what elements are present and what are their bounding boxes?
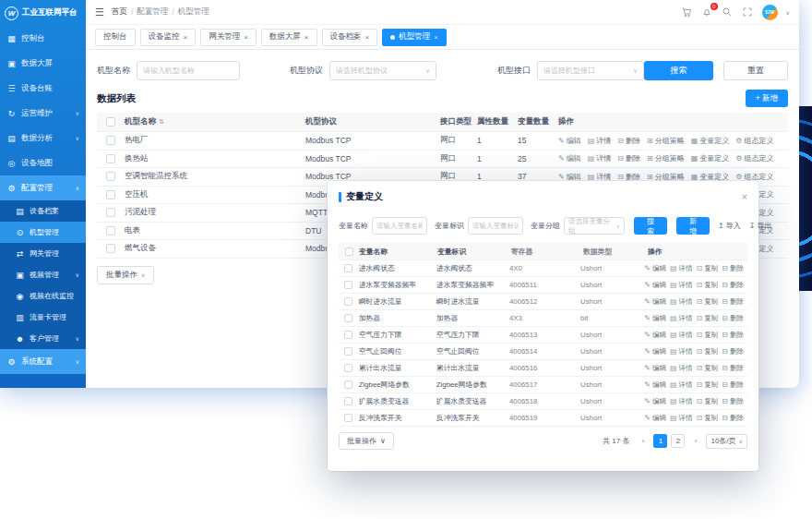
breadcrumb-item[interactable]: 机型管理 [178, 6, 209, 18]
copy-button[interactable]: ⊡复制 [697, 264, 719, 273]
model-protocol-select[interactable]: 请选择机型协议 ∨ [329, 61, 436, 80]
sidebar-item-system-config[interactable]: ⚙系统配置∨ [0, 349, 86, 374]
tab-device-archive[interactable]: 设备档案× [322, 29, 378, 46]
row-checkbox[interactable] [106, 190, 115, 199]
copy-button[interactable]: ⊡复制 [697, 364, 719, 373]
group-policy-button[interactable]: ⊞分组策略 [647, 153, 685, 163]
detail-button[interactable]: ▤详情 [670, 347, 693, 356]
detail-button[interactable]: ▤详情 [670, 380, 693, 390]
page-button-2[interactable]: 2 [671, 434, 685, 448]
delete-button[interactable]: ⊟删除 [722, 314, 744, 323]
search-button[interactable]: 搜索 [644, 61, 713, 80]
add-button[interactable]: + 新增 [746, 90, 788, 107]
edit-button[interactable]: ✎编辑 [644, 264, 666, 273]
export-link[interactable]: ↧ 导出 [749, 221, 772, 231]
detail-button[interactable]: ▤详情 [670, 314, 693, 323]
row-checkbox[interactable] [344, 397, 352, 405]
breadcrumb-item[interactable]: 配置管理 [137, 6, 168, 18]
row-checkbox[interactable] [106, 208, 115, 217]
modal-add-button[interactable]: 新增 [676, 217, 710, 235]
select-all-checkbox[interactable] [345, 247, 353, 256]
page-button-1[interactable]: 1 [653, 434, 667, 448]
close-icon[interactable]: × [742, 192, 747, 202]
var-def-button[interactable]: ▦变量定义 [691, 153, 730, 163]
fullscreen-icon[interactable] [742, 6, 754, 18]
row-checkbox[interactable] [344, 297, 352, 306]
avatar[interactable]: SZW [762, 5, 778, 20]
close-tab-icon[interactable]: × [365, 33, 370, 42]
chevron-down-icon[interactable]: ∨ [786, 9, 790, 16]
bell-icon[interactable]: 0 [701, 6, 713, 18]
edit-button[interactable]: ✎编辑 [644, 380, 666, 390]
delete-button[interactable]: ⊟删除 [722, 347, 744, 356]
row-checkbox[interactable] [106, 244, 115, 253]
tab-model-management[interactable]: 机型管理× [382, 29, 447, 46]
close-tab-icon[interactable]: × [434, 33, 438, 42]
delete-button[interactable]: ⊟删除 [617, 136, 640, 146]
collapse-sidebar-icon[interactable]: ☰ [95, 6, 104, 18]
edit-button[interactable]: ✎编辑 [644, 331, 666, 340]
sort-icon[interactable]: ⇅ [159, 118, 164, 125]
row-checkbox[interactable] [344, 364, 352, 372]
delete-button[interactable]: ⊟删除 [722, 331, 744, 340]
row-checkbox[interactable] [106, 154, 115, 163]
sidebar-item-device-archive[interactable]: ▤设备档案 [0, 200, 86, 222]
edit-button[interactable]: ✎编辑 [644, 297, 666, 307]
copy-button[interactable]: ⊡复制 [697, 331, 719, 340]
sidebar-item-operation-maintenance[interactable]: ↻运营维护∨ [0, 101, 86, 126]
sidebar-item-console[interactable]: ▦控制台 [0, 26, 86, 51]
batch-operation-button[interactable]: 批量操作 ∨ [97, 266, 154, 284]
row-checkbox[interactable] [344, 380, 352, 389]
detail-button[interactable]: ▤详情 [670, 397, 693, 406]
select-all-checkbox[interactable] [106, 117, 115, 127]
reset-button[interactable]: 重置 [723, 61, 788, 80]
import-link[interactable]: ↥ 导入 [718, 221, 741, 231]
delete-button[interactable]: ⊟删除 [722, 281, 744, 290]
edit-button[interactable]: ✎编辑 [644, 347, 666, 356]
delete-button[interactable]: ⊟删除 [617, 153, 640, 163]
tab-gateway-management[interactable]: 网关管理× [200, 29, 257, 46]
row-checkbox[interactable] [106, 172, 115, 181]
row-checkbox[interactable] [106, 226, 115, 235]
edit-button[interactable]: ✎编辑 [644, 281, 666, 290]
sidebar-item-customer-management[interactable]: ☻客户管理∨ [0, 328, 86, 349]
conf-def-button[interactable]: ⚙组态定义 [735, 153, 773, 163]
close-tab-icon[interactable]: × [304, 33, 309, 42]
next-page-button[interactable]: › [688, 434, 702, 448]
detail-button[interactable]: ▤详情 [670, 297, 693, 307]
close-tab-icon[interactable]: × [244, 33, 248, 42]
detail-button[interactable]: ▤详情 [670, 331, 693, 340]
tab-device-monitor[interactable]: 设备监控× [140, 29, 197, 46]
copy-button[interactable]: ⊡复制 [697, 397, 719, 406]
delete-button[interactable]: ⊟删除 [722, 264, 744, 273]
delete-button[interactable]: ⊟删除 [722, 297, 744, 307]
prev-page-button[interactable]: ‹ [636, 434, 650, 448]
sidebar-item-video-management[interactable]: ▣视频管理∨ [0, 264, 86, 285]
row-checkbox[interactable] [344, 331, 352, 339]
copy-button[interactable]: ⊡复制 [697, 281, 719, 290]
copy-button[interactable]: ⊡复制 [697, 314, 719, 323]
copy-button[interactable]: ⊡复制 [697, 297, 719, 307]
detail-button[interactable]: ▤详情 [670, 364, 693, 373]
delete-button[interactable]: ⊟删除 [722, 364, 744, 373]
sidebar-item-data-analysis[interactable]: ▤数据分析∨ [0, 126, 86, 151]
copy-button[interactable]: ⊡复制 [697, 414, 719, 423]
edit-button[interactable]: ✎编辑 [644, 314, 666, 323]
edit-button[interactable]: ✎编辑 [558, 136, 581, 146]
sidebar-item-config-management[interactable]: ⚙配置管理∧ [0, 175, 86, 200]
edit-button[interactable]: ✎编辑 [644, 364, 666, 373]
tab-data-screen[interactable]: 数据大屏× [261, 29, 317, 46]
copy-button[interactable]: ⊡复制 [697, 380, 719, 390]
detail-button[interactable]: ▤详情 [588, 153, 612, 163]
variable-group-select[interactable]: 请选择变量分组 ∨ [564, 217, 625, 235]
variable-name-input[interactable] [372, 217, 427, 235]
detail-button[interactable]: ▤详情 [670, 264, 693, 273]
sidebar-item-model-management[interactable]: ⊙机型管理 [0, 222, 86, 243]
tab-console[interactable]: 控制台 [95, 29, 136, 46]
edit-button[interactable]: ✎编辑 [558, 153, 581, 163]
sidebar-item-data-screen[interactable]: ▣数据大屏 [0, 51, 86, 76]
detail-button[interactable]: ▤详情 [670, 414, 693, 423]
sidebar-item-device-ledger[interactable]: ☰设备台账 [0, 76, 86, 101]
model-name-input[interactable] [137, 61, 240, 80]
edit-button[interactable]: ✎编辑 [644, 397, 666, 406]
